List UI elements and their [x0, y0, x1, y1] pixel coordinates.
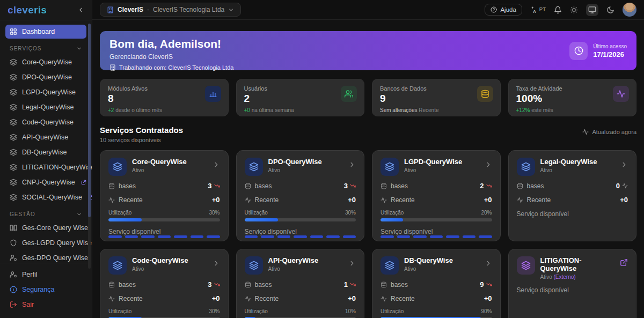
service-card[interactable]: Code-QueryWise Ativo (Externo) bases 3: [100, 249, 229, 318]
sidebar-item-label: Perfil: [22, 271, 37, 278]
service-status: Ativo (Externo): [268, 266, 319, 272]
sidebar-item-service[interactable]: API-QueryWise: [5, 130, 86, 144]
service-name: DB-QueryWise: [404, 256, 453, 264]
stat-value: 100%: [516, 93, 629, 105]
users-icon: [341, 86, 357, 102]
stat-note: Recente: [419, 107, 438, 113]
dashboard-content: Bom dia, Ademilson! Gerenciando CleverIS…: [92, 20, 644, 318]
bases-row: bases 0: [517, 182, 628, 190]
stat-card-modulos: Módulos Ativos 8 +2 desde o último mês: [100, 79, 229, 116]
sidebar-item-service[interactable]: LITIGATION-QueryWise: [5, 160, 86, 174]
sidebar-item-dashboard[interactable]: Dashboard: [5, 25, 86, 39]
service-name: API-QueryWise: [268, 256, 319, 264]
utilization-block: Utilização 10%: [245, 308, 356, 318]
sidebar-item-ges-lgpd[interactable]: Ges-LGPD Query Wise: [5, 236, 86, 250]
service-status: Ativo (Externo): [404, 266, 453, 272]
sidebar-item-service[interactable]: Core-QueryWise: [5, 55, 86, 69]
sidebar-scrollbar[interactable]: [88, 24, 91, 269]
sidebar-item-service[interactable]: Code-QueryWise: [5, 115, 86, 129]
sidebar-item-service[interactable]: SOCIAL-QueryWise: [5, 190, 86, 204]
sidebar-item-seguranca[interactable]: Segurança: [5, 283, 86, 297]
clock-icon: [569, 42, 588, 60]
chevron-right-icon[interactable]: [485, 260, 492, 267]
section-subtitle: 10 serviços disponíveis: [100, 137, 183, 143]
utilization-percent: 10%: [345, 308, 356, 314]
layers-icon: [10, 194, 17, 201]
chevron-right-icon[interactable]: [348, 161, 356, 168]
recente-row: Recente +0: [108, 196, 220, 204]
stat-card-taxa: Taxa de Atividade 100% +12% este mês: [508, 79, 637, 116]
sidebar-item-service[interactable]: Legal-QueryWise: [5, 100, 86, 114]
sidebar-item-service[interactable]: LGPD-QueryWise: [5, 85, 86, 99]
book-icon: [10, 224, 17, 232]
chevron-right-icon[interactable]: [213, 161, 220, 168]
service-status: Ativo (Externo): [132, 167, 187, 173]
sidebar-item-perfil[interactable]: Perfil: [5, 268, 86, 282]
service-available-text: Serviço disponível: [517, 286, 628, 294]
sidebar-item-label: Legal-QueryWise: [22, 103, 74, 111]
sidebar-section-gestao[interactable]: GESTÃO: [5, 205, 86, 221]
chevron-right-icon[interactable]: [485, 161, 492, 168]
sidebar-section-servicos[interactable]: SERVIÇOS: [5, 40, 86, 55]
sidebar-scrollbar-thumb[interactable]: [88, 24, 91, 217]
system-theme-monitor-icon[interactable]: [586, 4, 598, 16]
external-link-icon[interactable]: [620, 258, 628, 267]
notifications-bell-icon[interactable]: [554, 6, 562, 14]
sidebar-services-list: Core-QueryWise DPO-QueryWise LGPD-QueryW…: [5, 55, 86, 204]
chevron-right-icon[interactable]: [348, 260, 356, 267]
sidebar-item-sair[interactable]: Sair: [5, 298, 86, 312]
activity-icon: [613, 86, 629, 102]
chart-bar: [245, 235, 258, 238]
sidebar-item-ges-core[interactable]: Ges-Core Query Wise: [5, 221, 86, 235]
service-available-text: Serviço disponível: [380, 228, 492, 235]
service-status: Ativo (Externo): [132, 266, 188, 272]
chevron-right-icon[interactable]: [213, 260, 220, 267]
service-card-header: Legal-QueryWise Ativo (Externo): [517, 158, 628, 176]
stat-label: Bancos de Dados: [380, 85, 493, 92]
utilization-label: Utilização: [245, 308, 268, 314]
services-section-header: Serviços Contratados 10 serviços disponí…: [100, 125, 636, 143]
utilization-fill: [108, 218, 142, 221]
utilization-block: Utilização 30%: [245, 210, 356, 221]
updated-status: Atualizado agora: [582, 129, 636, 135]
service-name: LGPD-QueryWise: [404, 158, 462, 166]
company-selector[interactable]: CleverIS - CleverIS Tecnologia Ltda: [100, 3, 241, 17]
chart-bar: [397, 235, 411, 238]
sidebar-item-service[interactable]: DPO-QueryWise: [5, 70, 86, 84]
recente-row: Recente +0: [380, 196, 492, 204]
help-button[interactable]: Ajuda: [485, 4, 522, 16]
sidebar-collapse-button[interactable]: [77, 6, 84, 13]
logout-icon: [10, 301, 17, 308]
sidebar-item-service[interactable]: DB-QueryWise: [5, 145, 86, 159]
usage-mini-chart: [380, 235, 492, 238]
service-card[interactable]: Core-QueryWise Ativo (Externo) bases 3: [100, 150, 229, 241]
stat-label: Módulos Ativos: [108, 85, 221, 92]
recente-label: Recente: [255, 295, 279, 302]
recente-label: Recente: [391, 295, 415, 302]
recente-row: Recente +0: [380, 294, 492, 302]
service-card[interactable]: API-QueryWise Ativo (Externo) bases 1: [236, 249, 365, 318]
sidebar-item-label: DB-QueryWise: [22, 149, 67, 156]
sidebar-item-service[interactable]: CNPJ-QueryWise: [5, 175, 86, 189]
service-card[interactable]: DPO-QueryWise Ativo (Externo) bases 3: [236, 150, 365, 241]
user-avatar[interactable]: [623, 3, 636, 17]
service-card[interactable]: LGPD-QueryWise Ativo (Externo) bases 2: [372, 150, 501, 241]
company-name: CleverIS: [118, 6, 143, 13]
sidebar-item-ges-dpo[interactable]: Ges-DPO Query Wise: [5, 251, 86, 263]
service-card[interactable]: LITIGATION-QueryWise Ativo (Externo) bas…: [508, 249, 637, 318]
chevron-right-icon[interactable]: [620, 161, 628, 168]
bases-row: bases 3: [245, 182, 356, 190]
chevron-down-icon: [76, 46, 82, 51]
stats-row: Módulos Ativos 8 +2 desde o último mês U…: [100, 79, 636, 116]
language-switcher[interactable]: A PT: [530, 6, 546, 14]
utilization-percent: 30%: [209, 308, 219, 314]
light-theme-sun-icon[interactable]: [570, 6, 578, 14]
services-grid: Core-QueryWise Ativo (Externo) bases 3: [100, 150, 636, 318]
bases-value: 3: [208, 280, 211, 289]
dark-theme-moon-icon[interactable]: [606, 6, 614, 14]
stat-delta: Sem alterações: [380, 107, 417, 113]
utilization-track: [108, 218, 220, 221]
service-card[interactable]: DB-QueryWise Ativo (Externo) bases 9: [372, 249, 501, 318]
service-card[interactable]: Legal-QueryWise Ativo (Externo) bases 0: [508, 150, 637, 241]
bases-label: bases: [255, 281, 272, 289]
